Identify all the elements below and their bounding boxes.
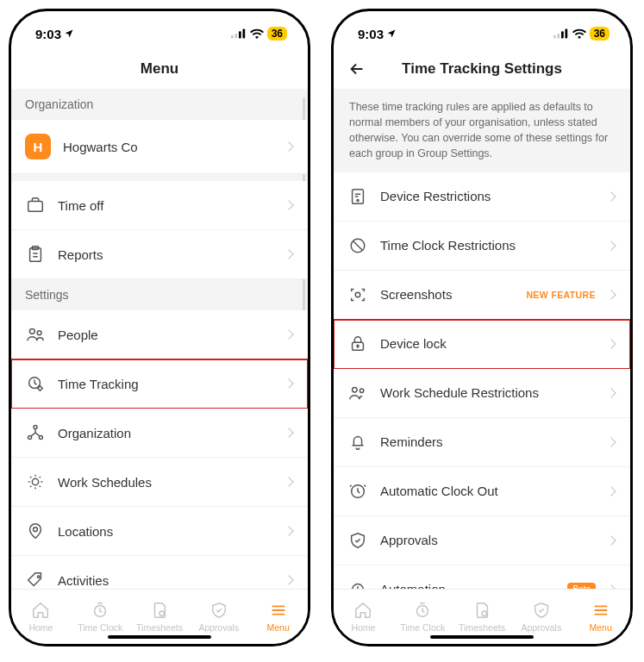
chevron-right-icon xyxy=(606,191,616,201)
device-restrictions-row[interactable]: Device Restrictions xyxy=(334,172,630,222)
header: Menu xyxy=(11,49,308,89)
tab-approvals[interactable]: Approvals xyxy=(511,601,571,633)
svg-point-8 xyxy=(37,331,41,335)
reports-row[interactable]: Reports xyxy=(11,230,308,279)
row-label: Screenshots xyxy=(380,287,514,302)
row-label: Organization xyxy=(58,426,273,440)
header: Time Tracking Settings xyxy=(334,49,630,89)
block-icon xyxy=(347,235,368,256)
svg-point-23 xyxy=(357,199,359,201)
approvals-icon xyxy=(347,530,368,551)
auto-clock-out-row[interactable]: Automatic Clock Out xyxy=(334,467,630,516)
chevron-right-icon xyxy=(284,575,293,584)
tab-label: Timesheets xyxy=(136,622,183,633)
tag-icon xyxy=(25,570,46,589)
auto-clock-icon xyxy=(347,481,368,502)
svg-rect-0 xyxy=(231,35,234,39)
signal-icon xyxy=(553,28,569,39)
chevron-right-icon xyxy=(284,329,293,339)
network-icon xyxy=(25,422,46,443)
svg-point-11 xyxy=(28,435,32,439)
time-text: 9:03 xyxy=(358,27,384,41)
timeoff-row[interactable]: Time off xyxy=(11,181,308,230)
tab-label: Time Clock xyxy=(400,622,445,633)
svg-point-12 xyxy=(39,435,42,439)
wifi-icon xyxy=(250,28,264,39)
status-bar: 9:03 36 xyxy=(11,11,308,49)
work-schedules-row[interactable]: Work Schedules xyxy=(11,458,308,507)
chevron-right-icon xyxy=(284,428,293,437)
svg-rect-1 xyxy=(234,34,237,38)
chevron-right-icon xyxy=(606,290,616,299)
approvals-row[interactable]: Approvals xyxy=(334,516,630,565)
chevron-right-icon xyxy=(284,477,293,486)
tab-home[interactable]: Home xyxy=(334,601,393,633)
svg-point-28 xyxy=(353,387,358,392)
time-tracking-icon xyxy=(25,373,46,394)
reminders-row[interactable]: Reminders xyxy=(334,418,630,467)
svg-point-25 xyxy=(355,292,360,297)
home-indicator[interactable] xyxy=(108,635,211,640)
row-label: People xyxy=(58,328,273,342)
chevron-right-icon xyxy=(606,535,616,545)
tab-time-clock[interactable]: Time Clock xyxy=(71,601,130,633)
svg-point-29 xyxy=(360,389,363,392)
time-text: 9:03 xyxy=(35,27,61,41)
battery-badge: 36 xyxy=(590,27,610,41)
svg-rect-19 xyxy=(557,34,560,38)
chevron-right-icon xyxy=(284,200,293,209)
chevron-right-icon xyxy=(284,526,293,535)
organization-row[interactable]: Organization xyxy=(11,409,308,458)
scroll-area[interactable]: These time tracking rules are applied as… xyxy=(334,89,630,589)
work-schedule-restrictions-row[interactable]: Work Schedule Restrictions xyxy=(334,369,630,418)
scroll-area[interactable]: Organization H Hogwarts Co Time off Repo… xyxy=(11,89,308,589)
tab-menu[interactable]: Menu xyxy=(248,601,308,633)
time-tracking-row[interactable]: Time Tracking xyxy=(11,359,308,409)
tab-label: Home xyxy=(351,622,375,633)
org-row[interactable]: H Hogwarts Co xyxy=(11,120,308,174)
section-settings: Settings xyxy=(11,279,308,310)
chevron-right-icon xyxy=(606,240,616,250)
tab-timesheets[interactable]: Timesheets xyxy=(453,601,512,633)
device-lock-row[interactable]: Device lock xyxy=(334,320,630,369)
row-label: Approvals xyxy=(380,533,596,547)
tab-home[interactable]: Home xyxy=(11,601,71,633)
chevron-right-icon xyxy=(606,486,616,496)
locations-row[interactable]: Locations xyxy=(11,507,308,556)
activities-row[interactable]: Activities xyxy=(11,556,308,589)
people-row[interactable]: People xyxy=(11,310,308,359)
new-feature-badge: NEW FEATURE xyxy=(526,290,596,300)
location-icon xyxy=(386,28,397,39)
automation-icon xyxy=(347,579,368,590)
svg-point-33 xyxy=(482,611,487,616)
svg-point-27 xyxy=(357,345,359,347)
org-name: Hogwarts Co xyxy=(63,140,273,154)
tab-timesheets[interactable]: Timesheets xyxy=(130,601,190,633)
page-title: Menu xyxy=(141,60,178,78)
row-label: Time off xyxy=(58,198,273,213)
automation-row[interactable]: Automation Beta xyxy=(334,565,630,590)
screenshots-row[interactable]: Screenshots NEW FEATURE xyxy=(334,271,630,320)
svg-rect-3 xyxy=(242,29,245,39)
time-clock-restrictions-row[interactable]: Time Clock Restrictions xyxy=(334,222,630,271)
tab-time-clock[interactable]: Time Clock xyxy=(393,601,453,633)
row-label: Time Tracking xyxy=(58,377,273,391)
help-text: These time tracking rules are applied as… xyxy=(334,89,630,172)
chevron-right-icon xyxy=(606,584,616,589)
svg-rect-20 xyxy=(561,31,564,38)
svg-point-7 xyxy=(29,328,34,334)
row-label: Reports xyxy=(58,247,273,262)
row-label: Automatic Clock Out xyxy=(380,484,596,498)
row-label: Locations xyxy=(58,524,273,539)
back-button[interactable] xyxy=(347,59,366,78)
tab-label: Time Clock xyxy=(78,622,122,633)
home-indicator[interactable] xyxy=(430,635,534,640)
row-label: Work Schedule Restrictions xyxy=(380,385,596,400)
beta-badge: Beta xyxy=(567,583,596,589)
tab-approvals[interactable]: Approvals xyxy=(189,601,248,633)
people-gear-icon xyxy=(347,383,368,403)
tab-menu[interactable]: Menu xyxy=(571,601,630,633)
svg-point-13 xyxy=(32,478,38,484)
chevron-right-icon xyxy=(606,339,616,348)
row-label: Reminders xyxy=(380,434,596,449)
